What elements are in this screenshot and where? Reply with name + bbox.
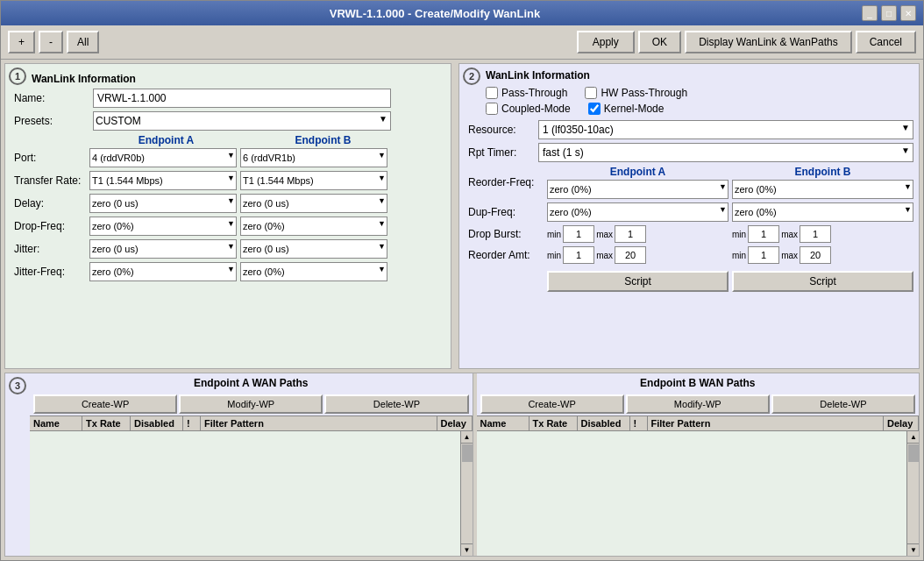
reorder-freq-label: Reorder-Freq: — [468, 176, 547, 188]
restore-button[interactable]: □ — [881, 5, 897, 21]
scroll-down-b[interactable]: ▼ — [907, 543, 919, 556]
script-buttons: Script Script — [547, 267, 913, 292]
scroll-up-b[interactable]: ▲ — [907, 431, 919, 444]
section1-number: 1 — [9, 67, 26, 85]
name-label: Name: — [14, 92, 93, 104]
jitter-freq-a-wrapper: zero (0%) — [89, 262, 237, 281]
drop-burst-a-max-label: max — [596, 230, 613, 239]
scroll-track-a — [461, 444, 473, 543]
reorder-amt-a-max-label: max — [596, 251, 613, 260]
transfer-a-select[interactable]: T1 (1.544 Mbps) — [89, 171, 237, 190]
scroll-down-a[interactable]: ▼ — [461, 543, 473, 556]
wan-scrollbar-b[interactable]: ▲ ▼ — [906, 431, 919, 556]
delay-b-wrapper: zero (0 us) — [240, 194, 387, 213]
script-b-button[interactable]: Script — [732, 271, 913, 292]
reorder-amt-b-min-input[interactable] — [748, 246, 779, 264]
scroll-thumb-b[interactable] — [908, 444, 919, 462]
wan-scrollbar-a[interactable]: ▲ ▼ — [460, 431, 473, 556]
port-a-select[interactable]: 4 (rddVR0b) — [89, 148, 237, 167]
col-disabled-b: Disabled — [578, 416, 630, 430]
ok-button[interactable]: OK — [638, 31, 681, 53]
wan-table-a-body — [30, 431, 460, 556]
delay-a-wrapper: zero (0 us) — [89, 194, 237, 213]
scroll-up-a[interactable]: ▲ — [461, 431, 473, 444]
delay-a-select[interactable]: zero (0 us) — [89, 194, 237, 213]
drop-burst-b-max-input[interactable] — [800, 225, 831, 243]
modify-wp-b-button[interactable]: Modify-WP — [626, 394, 770, 414]
title-bar-controls: _ □ ✕ — [862, 5, 916, 21]
display-button[interactable]: Display WanLink & WanPaths — [685, 31, 852, 53]
reorder-amt-b-max-input[interactable] — [800, 246, 831, 264]
all-button[interactable]: All — [67, 31, 99, 53]
jitter-freq-b-select[interactable]: zero (0%) — [240, 262, 387, 281]
col-filter-a: Filter Pattern — [201, 416, 437, 430]
drop-burst-a-max-input[interactable] — [615, 225, 646, 243]
script-a-button[interactable]: Script — [547, 271, 729, 292]
reorder-b-select[interactable]: zero (0%) — [732, 180, 913, 199]
transfer-b-select[interactable]: T1 (1.544 Mbps) — [240, 171, 387, 190]
drop-burst-a-min-input[interactable] — [563, 225, 594, 243]
section2-panel: 2 WanLink Information Pass-Through HW Pa… — [458, 63, 920, 369]
col-disabled-a: Disabled — [131, 416, 183, 430]
scroll-thumb-a[interactable] — [462, 444, 473, 462]
delay-row: Delay: zero (0 us) zero (0 us) — [14, 194, 445, 213]
jitter-b-select[interactable]: zero (0 us) — [240, 239, 387, 259]
port-b-select[interactable]: 6 (rddVR1b) — [240, 148, 387, 167]
presets-row: Presets: CUSTOM — [14, 111, 445, 131]
remove-button[interactable]: - — [39, 31, 63, 53]
create-wp-b-button[interactable]: Create-WP — [480, 394, 624, 414]
reorder-b-wrapper: zero (0%) ▼ — [732, 180, 913, 199]
drop-a-select[interactable]: zero (0%) — [89, 217, 237, 236]
drop-b-select[interactable]: zero (0%) — [240, 217, 387, 236]
delete-wp-a-button[interactable]: Delete-WP — [324, 394, 468, 414]
kernel-mode-label: Kernel-Mode — [604, 103, 665, 115]
jitter-a-select[interactable]: zero (0 us) — [89, 239, 237, 259]
apply-button[interactable]: Apply — [577, 31, 635, 53]
close-button[interactable]: ✕ — [900, 5, 916, 21]
rpt-timer-select[interactable]: fast (1 s) — [538, 143, 913, 162]
delay-b-select[interactable]: zero (0 us) — [240, 194, 387, 213]
window-title: VRWL-1.1.000 - Create/Modify WanLink — [8, 7, 862, 20]
drop-burst-b: min max — [732, 225, 913, 243]
reorder-amt-a-min-label: min — [547, 251, 561, 260]
drop-burst-b-min-input[interactable] — [748, 225, 779, 243]
presets-select[interactable]: CUSTOM — [93, 111, 391, 131]
reorder-a-select[interactable]: zero (0%) — [547, 180, 729, 199]
drop-burst-inputs: min max min max — [547, 225, 913, 243]
rpt-timer-select-wrapper: fast (1 s) — [538, 143, 913, 162]
transfer-rate-row: Transfer Rate: T1 (1.544 Mbps) T1 (1.544… — [14, 171, 445, 190]
modify-wp-a-button[interactable]: Modify-WP — [179, 394, 323, 414]
drop-a-wrapper: zero (0%) — [89, 217, 237, 236]
add-button[interactable]: + — [8, 31, 35, 53]
scroll-track-b — [907, 444, 919, 543]
cancel-button[interactable]: Cancel — [856, 31, 916, 53]
coupled-mode-checkbox[interactable] — [486, 103, 498, 115]
delete-wp-b-button[interactable]: Delete-WP — [771, 394, 915, 414]
port-b-wrapper: 6 (rddVR1b) — [240, 148, 387, 167]
col-tx-rate-a: Tx Rate — [82, 416, 131, 430]
reorder-amt-a-max-input[interactable] — [615, 246, 646, 264]
dup-b-select[interactable]: zero (0%) — [732, 202, 913, 222]
drop-freq-row: Drop-Freq: zero (0%) zero (0%) — [14, 217, 445, 236]
coupled-mode-label: Coupled-Mode — [501, 103, 571, 115]
create-wp-a-button[interactable]: Create-WP — [33, 394, 177, 414]
drop-burst-b-max-label: max — [781, 230, 798, 239]
minimize-button[interactable]: _ — [862, 5, 878, 21]
ep-a-col-header: Endpoint A — [547, 166, 729, 178]
dup-a-select[interactable]: zero (0%) — [547, 202, 729, 222]
transfer-rate-label: Transfer Rate: — [14, 174, 89, 187]
kernel-mode-checkbox[interactable] — [588, 103, 601, 115]
top-panels: 1 WanLink Information Name: Presets: CUS… — [1, 60, 923, 373]
drop-burst-a-min-label: min — [547, 230, 561, 239]
section1-panel: 1 WanLink Information Name: Presets: CUS… — [4, 63, 451, 369]
resource-select[interactable]: 1 (lf0350-10ac) — [538, 120, 913, 139]
rpt-timer-row: Rpt Timer: fast (1 s) — [468, 143, 913, 162]
pass-through-checkbox[interactable] — [486, 87, 498, 99]
name-input[interactable] — [93, 89, 391, 108]
script-b-wrapper: Script — [732, 267, 913, 292]
reorder-amt-a-min-input[interactable] — [563, 246, 594, 264]
jitter-freq-a-select[interactable]: zero (0%) — [89, 262, 237, 281]
reorder-amt-a: min max — [547, 246, 729, 264]
hw-pass-through-checkbox[interactable] — [585, 87, 597, 99]
wan-path-a-title: Endpoint A WAN Paths — [30, 373, 473, 393]
